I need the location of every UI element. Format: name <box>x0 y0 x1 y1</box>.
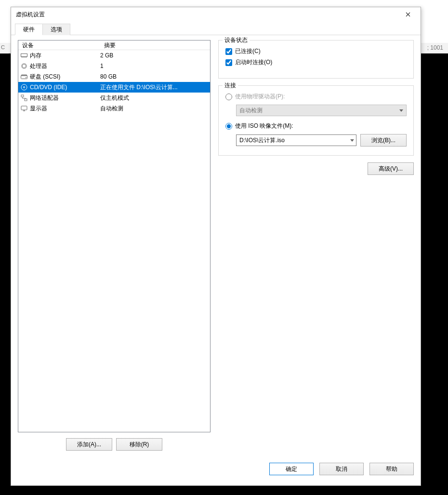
right-panel: 设备状态 已连接(C) 启动时连接(O) 连接 使用物理驱动器(P <box>218 40 414 451</box>
group-device-status: 设备状态 已连接(C) 启动时连接(O) <box>218 40 414 79</box>
device-summary: 80 GB <box>100 73 210 80</box>
help-button[interactable]: 帮助 <box>369 463 414 475</box>
close-button[interactable] <box>398 8 418 21</box>
checkbox-connect-poweron-row[interactable]: 启动时连接(O) <box>225 58 407 67</box>
device-summary: 1 <box>100 63 210 69</box>
dialog-footer: 确定 取消 帮助 <box>18 459 414 479</box>
remove-button[interactable]: 移除(R) <box>116 438 162 451</box>
device-buttons-row: 添加(A)... 移除(R) <box>18 438 211 451</box>
checkbox-connected-row[interactable]: 已连接(C) <box>225 47 407 55</box>
iso-row: D:\IOS\云计算.iso 浏览(B)... <box>236 134 407 147</box>
vm-settings-dialog: 虚拟机设置 硬件 选项 设备 摘要 <box>11 7 421 486</box>
radio-iso-row[interactable]: 使用 ISO 映像文件(M): <box>225 122 407 130</box>
checkbox-connect-poweron-label: 启动时连接(O) <box>235 58 272 67</box>
browser-partial-text: ; 1001 <box>427 44 443 51</box>
device-name: CD/DVD (IDE) <box>30 84 67 91</box>
device-name: 处理器 <box>30 62 47 70</box>
cpu-icon <box>20 62 28 70</box>
dialog-body: 设备 摘要 内存 2 GB <box>11 35 421 485</box>
device-summary: 正在使用文件 D:\IOS\云计算... <box>100 83 210 92</box>
list-header: 设备 摘要 <box>18 40 210 50</box>
ok-button[interactable]: 确定 <box>269 463 314 475</box>
tab-strip: 硬件 选项 <box>11 22 421 35</box>
svg-point-3 <box>26 77 26 78</box>
svg-point-4 <box>21 84 27 90</box>
list-body: 内存 2 GB 处理器 1 <box>18 50 210 114</box>
device-summary: 自动检测 <box>100 105 210 113</box>
dialog-title: 虚拟机设置 <box>16 11 45 19</box>
checkbox-connected-label: 已连接(C) <box>235 47 261 55</box>
svg-rect-7 <box>25 99 27 101</box>
device-name: 内存 <box>30 52 41 60</box>
physical-drive-value: 自动检测 <box>239 107 263 115</box>
group-title-connection: 连接 <box>223 81 238 90</box>
svg-point-5 <box>24 87 25 88</box>
radio-iso-label: 使用 ISO 映像文件(M): <box>235 122 293 130</box>
group-connection: 连接 使用物理驱动器(P): 自动检测 使用 ISO 映像文件(M): <box>218 85 414 156</box>
iso-path-value: D:\IOS\云计算.iso <box>239 136 285 145</box>
device-row-network[interactable]: 网络适配器 仅主机模式 <box>18 93 210 103</box>
device-list[interactable]: 设备 摘要 内存 2 GB <box>18 40 211 432</box>
radio-iso[interactable] <box>225 123 232 130</box>
network-icon <box>20 94 28 102</box>
chevron-down-icon <box>399 109 403 112</box>
device-summary: 2 GB <box>100 52 210 59</box>
main-row: 设备 摘要 内存 2 GB <box>18 40 414 451</box>
checkbox-connected[interactable] <box>225 48 232 55</box>
titlebar: 虚拟机设置 <box>11 7 421 22</box>
svg-rect-1 <box>23 65 26 68</box>
tab-options[interactable]: 选项 <box>42 24 70 35</box>
checkbox-connect-poweron[interactable] <box>225 59 232 66</box>
svg-rect-2 <box>21 76 27 79</box>
display-icon <box>20 105 28 112</box>
device-row-cddvd[interactable]: CD/DVD (IDE) 正在使用文件 D:\IOS\云计算... <box>18 82 210 93</box>
radio-physical-row[interactable]: 使用物理驱动器(P): <box>225 93 407 101</box>
browser-left-fragment: C <box>0 43 9 54</box>
column-header-device[interactable]: 设备 <box>18 40 100 50</box>
radio-physical-label: 使用物理驱动器(P): <box>235 93 285 101</box>
device-row-cpu[interactable]: 处理器 1 <box>18 61 210 71</box>
add-button[interactable]: 添加(A)... <box>66 438 112 451</box>
svg-rect-0 <box>21 54 27 57</box>
device-name: 显示器 <box>30 105 47 113</box>
advanced-button[interactable]: 高级(V)... <box>368 162 414 175</box>
physical-select-wrap: 自动检测 <box>236 105 407 116</box>
svg-rect-8 <box>21 106 27 110</box>
column-header-summary[interactable]: 摘要 <box>100 40 210 50</box>
iso-path-combo[interactable]: D:\IOS\云计算.iso <box>236 134 356 146</box>
device-row-disk[interactable]: 硬盘 (SCSI) 80 GB <box>18 71 210 82</box>
memory-icon <box>20 52 28 59</box>
device-name: 硬盘 (SCSI) <box>30 73 60 81</box>
device-row-display[interactable]: 显示器 自动检测 <box>18 103 210 114</box>
close-icon <box>406 12 410 17</box>
group-title-device-status: 设备状态 <box>223 36 250 44</box>
device-name: 网络适配器 <box>30 94 59 102</box>
chevron-down-icon <box>350 139 354 142</box>
browse-button[interactable]: 浏览(B)... <box>360 134 407 147</box>
cancel-button[interactable]: 取消 <box>319 463 364 475</box>
disk-icon <box>20 73 28 80</box>
tab-hardware[interactable]: 硬件 <box>15 24 43 35</box>
left-panel: 设备 摘要 内存 2 GB <box>18 40 211 451</box>
radio-physical[interactable] <box>225 94 232 100</box>
physical-drive-select: 自动检测 <box>236 105 407 116</box>
device-row-memory[interactable]: 内存 2 GB <box>18 50 210 61</box>
svg-rect-6 <box>21 95 24 97</box>
cd-icon <box>20 83 28 91</box>
device-summary: 仅主机模式 <box>100 94 210 102</box>
advanced-row: 高级(V)... <box>218 162 414 175</box>
